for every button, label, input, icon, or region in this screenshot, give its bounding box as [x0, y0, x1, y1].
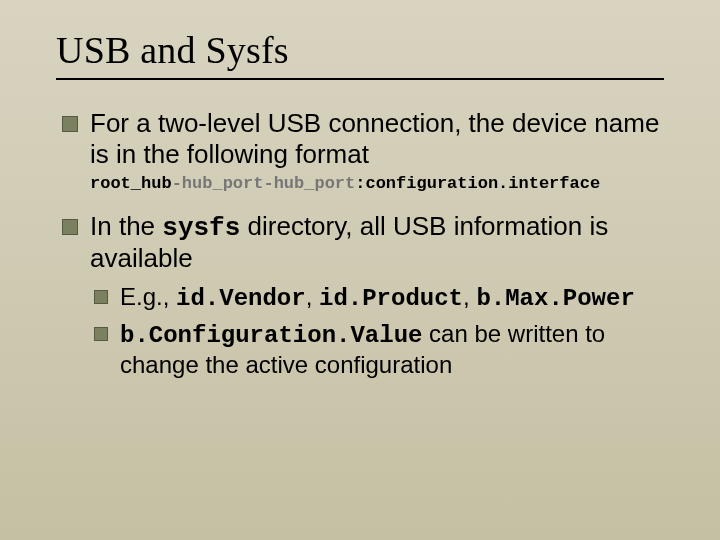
sub-bullet-item: E.g., id.Vendor, id.Product, b.Max.Power: [90, 282, 664, 313]
slide: USB and Sysfs For a two-level USB connec…: [0, 0, 720, 540]
bullet-list: For a two-level USB connection, the devi…: [56, 108, 664, 380]
bconfigurationvalue-label: b.Configuration.Value: [120, 322, 422, 349]
bullet-text: For a two-level USB connection, the devi…: [90, 108, 659, 169]
code-part-hubports: -hub_port-hub_port: [172, 174, 356, 193]
idproduct-label: id.Product: [319, 285, 463, 312]
sysfs-label: sysfs: [162, 213, 240, 243]
sub-text-pre: E.g.,: [120, 283, 176, 310]
bullet-text-a: In the: [90, 211, 162, 241]
idvendor-label: id.Vendor: [176, 285, 306, 312]
sub-bullet-item: b.Configuration.Value can be written to …: [90, 319, 664, 380]
sep: ,: [463, 283, 476, 310]
bullet-item: For a two-level USB connection, the devi…: [56, 108, 664, 195]
sep: ,: [306, 283, 319, 310]
code-part-roothub: root_hub: [90, 174, 172, 193]
code-part-config: :configuration.interface: [355, 174, 600, 193]
title-underline: [56, 78, 664, 80]
code-format-line: root_hub-hub_port-hub_port:configuration…: [90, 173, 664, 194]
slide-title: USB and Sysfs: [56, 28, 664, 72]
sub-bullet-list: E.g., id.Vendor, id.Product, b.Max.Power…: [90, 282, 664, 380]
bullet-item: In the sysfs directory, all USB informat…: [56, 211, 664, 380]
bmaxpower-label: b.Max.Power: [476, 285, 634, 312]
